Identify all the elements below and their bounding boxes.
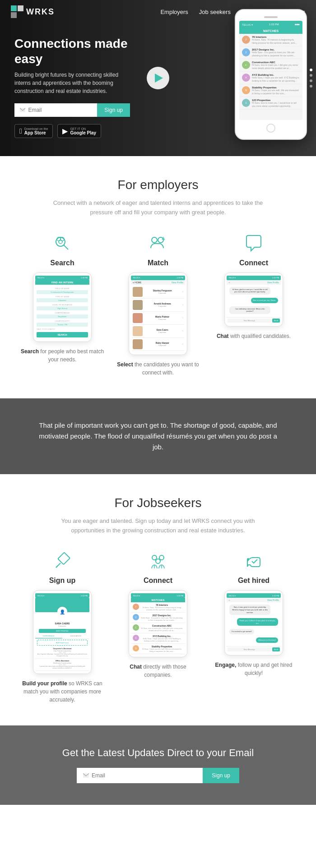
play-button[interactable] [147, 67, 169, 89]
search-col-icon [20, 234, 105, 255]
svg-line-13 [56, 566, 58, 568]
hero-phone-mockup: TELUS ▾ 1:03 PM ■■■ MATCHES 7 76 Interio… [235, 9, 307, 140]
connect-col-icon [211, 234, 296, 255]
hired-col-title: Get hired [211, 577, 296, 585]
employers-subtitle: Connect with a network of eager and tale… [45, 199, 271, 217]
svg-line-18 [160, 560, 162, 560]
match-col-icon [116, 234, 200, 255]
search-col-desc: Search for people who best match your ne… [20, 347, 105, 364]
navbar: WRKS Employers Job seekers Contact us Sp… [0, 0, 316, 23]
play-icon [155, 74, 163, 83]
footer-cta-title: Get the Latest Updates Direct to your Em… [14, 747, 302, 759]
nav-links: Employers Job seekers Contact us Sponsor… [160, 9, 305, 15]
match-col-title: Match [116, 259, 200, 267]
footer-email-input[interactable] [92, 772, 196, 779]
svg-point-7 [59, 240, 62, 244]
logo[interactable]: WRKS [11, 5, 55, 18]
googleplay-badge[interactable]: ▶ GET IT ON Google Play [57, 124, 101, 138]
dot-2[interactable] [310, 74, 312, 77]
connect-col-desc: Chat with qualified candidates. [211, 332, 296, 340]
employers-connect-col: Connect TELUS ▾ 1:02 PM ← View Profile H… [206, 234, 302, 377]
jobseekers-columns: Sign up TELUS ▾ 2:10 PM 👤 SARA CAERS Car… [14, 551, 302, 704]
footer-email-wrapper [77, 768, 203, 783]
js-connect-col-icon [116, 551, 200, 573]
hero-signup-button[interactable]: Sign up [97, 103, 130, 117]
hired-phone-mockup: TELUS ▾ 2:10 PM ← View Profile Sara, it … [224, 590, 283, 655]
jobseekers-signup-col: Sign up TELUS ▾ 2:10 PM 👤 SARA CAERS Car… [14, 551, 110, 704]
employers-search-col: Search TELUS ▾ 1:30 PM FIND AN INTERN FI… [14, 234, 110, 377]
hero-subtitle: Building bright futures by connecting sk… [14, 71, 130, 95]
jobseekers-section: For Jobseekers You are eager and talente… [0, 474, 316, 725]
svg-rect-12 [58, 553, 70, 565]
footer-cta-section: Get the Latest Updates Direct to your Em… [0, 725, 316, 805]
apple-icon:  [19, 127, 22, 135]
signup-col-title: Sign up [20, 577, 105, 585]
employers-section: For employers Connect with a network of … [0, 156, 316, 398]
connect-col-title: Connect [211, 259, 296, 267]
jobseekers-subtitle: You are eager and talented. Sign up toda… [45, 517, 271, 536]
hero-title: Connections made easy [14, 36, 130, 66]
appstore-badge[interactable]:  Download on the App Store [14, 124, 53, 138]
match-col-desc: Select the candidates you want to connec… [116, 360, 200, 377]
connect-phone-mockup: TELUS ▾ 1:02 PM ← View Profile Hi Sara, … [224, 272, 283, 327]
dot-4[interactable] [310, 85, 312, 88]
svg-point-14 [152, 555, 157, 560]
footer-email-row: Sign up [77, 768, 239, 783]
store-badges:  Download on the App Store ▶ GET IT ON … [14, 124, 130, 138]
dot-1[interactable] [310, 69, 312, 71]
footer-signup-button[interactable]: Sign up [203, 768, 239, 783]
svg-line-17 [154, 560, 156, 560]
nav-jobseekers[interactable]: Job seekers [199, 9, 231, 15]
svg-point-16 [156, 559, 160, 563]
nav-sponsors[interactable]: Sponsors [280, 9, 305, 15]
search-phone-mockup: TELUS ▾ 1:30 PM FIND AN INTERN FIELD OF … [33, 272, 92, 342]
employers-match-col: Match TELUS ▾ 1:30 PM ≡ HOME View Profil… [110, 234, 206, 377]
dot-3[interactable] [310, 79, 312, 82]
svg-rect-1 [18, 5, 23, 11]
svg-point-15 [159, 555, 164, 560]
hero-email-input[interactable] [28, 107, 92, 113]
hero-email-row: Sign up [14, 103, 130, 117]
dark-band-text: That pile of important work you can't ge… [36, 420, 280, 452]
hired-col-desc: Engage, follow up and get hired quickly! [211, 661, 296, 677]
appstore-top-text: Download on the [24, 127, 48, 130]
employers-columns: Search TELUS ▾ 1:30 PM FIND AN INTERN FI… [14, 234, 302, 377]
googleplay-main-text: Google Play [70, 130, 96, 135]
js-connect-col-title: Connect [116, 577, 200, 585]
nav-employers[interactable]: Employers [160, 9, 188, 15]
search-col-title: Search [20, 259, 105, 267]
play-icon: ▶ [62, 127, 68, 135]
svg-point-8 [152, 237, 157, 243]
js-connect-col-desc: Chat directly with those companies. [116, 663, 200, 679]
signup-col-desc: Build your profile so WRKS can match you… [20, 679, 105, 704]
js-connect-phone-mockup: TELUS ▾ 1:30 PM MATCHES 7 76 Interiors H… [129, 590, 187, 657]
hero-email-input-wrapper [14, 103, 97, 117]
jobseekers-title: For Jobseekers [14, 496, 302, 510]
hired-col-icon [211, 551, 296, 573]
employers-title: For employers [14, 178, 302, 192]
svg-rect-2 [11, 12, 17, 18]
jobseekers-connect-col: Connect TELUS ▾ 1:30 PM MATCHES 7 76 Int… [110, 551, 206, 704]
footer-email-icon [83, 773, 89, 778]
signup-col-icon [20, 551, 105, 573]
dark-band-section: That pile of important work you can't ge… [0, 398, 316, 474]
jobseekers-hired-col: Get hired TELUS ▾ 2:10 PM ← View Profile… [206, 551, 302, 704]
profile-phone-mockup: TELUS ▾ 2:10 PM 👤 SARA CAERS Carpenter E… [33, 590, 92, 674]
svg-line-4 [64, 245, 68, 249]
svg-rect-0 [11, 5, 17, 11]
carousel-dots [310, 69, 312, 88]
match-phone-mockup: TELUS ▾ 1:30 PM ≡ HOME View Profile Stan… [129, 272, 187, 355]
appstore-main-text: App Store [24, 130, 48, 135]
email-icon [20, 108, 25, 112]
nav-contact[interactable]: Contact us [242, 9, 270, 15]
googleplay-top-text: GET IT ON [70, 127, 96, 130]
